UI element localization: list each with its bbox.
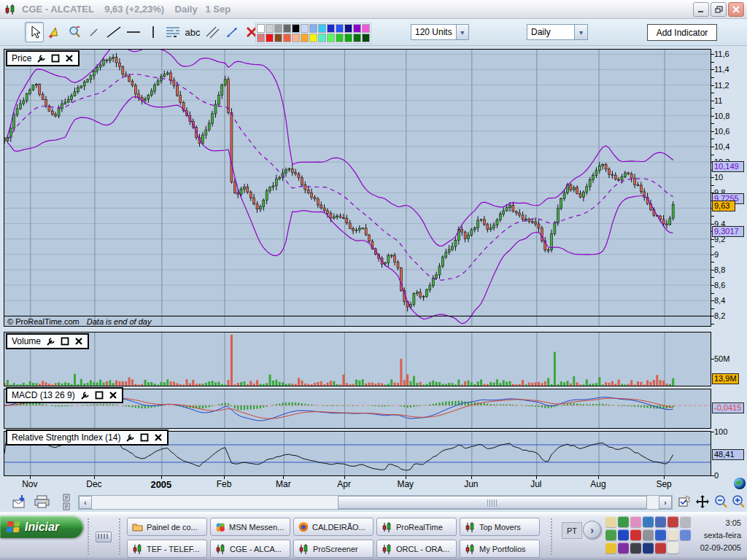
vertical-line-tool-icon[interactable] xyxy=(144,23,162,42)
add-indicator-button[interactable]: Add Indicator xyxy=(647,24,717,41)
horizontal-line-tool-icon[interactable] xyxy=(125,23,142,42)
taskbar-button[interactable]: My Portfolios xyxy=(460,540,540,558)
panel-close-icon[interactable] xyxy=(154,433,163,442)
color-swatch[interactable] xyxy=(336,34,344,42)
antivirus-tray-icon[interactable] xyxy=(605,529,616,540)
color-swatch[interactable] xyxy=(318,34,326,42)
taskbar-button[interactable]: ORCL - ORA... xyxy=(376,540,457,558)
taskbar-button[interactable]: CALDEIRÃO... xyxy=(293,518,374,536)
scroll-right-button[interactable]: › xyxy=(659,496,672,509)
zoom-in-icon[interactable] xyxy=(731,494,746,509)
color-swatch[interactable] xyxy=(292,24,300,33)
notes-tray-icon[interactable] xyxy=(667,542,678,553)
bluetooth-tray-icon[interactable] xyxy=(618,529,629,540)
layout-option-icon[interactable] xyxy=(63,494,70,502)
pan-move-icon[interactable] xyxy=(695,494,710,509)
export-mail-icon[interactable] xyxy=(12,494,28,509)
color-swatch[interactable] xyxy=(274,24,282,33)
monitor-tray-icon[interactable] xyxy=(643,542,654,553)
panel-settings-wrench-icon[interactable] xyxy=(80,391,90,400)
taskbar-button[interactable]: CGE - ALCA... xyxy=(210,540,290,558)
display-tray-icon[interactable] xyxy=(630,516,641,527)
scrollbar-thumb[interactable] xyxy=(338,496,647,509)
trend-line-tool-icon[interactable] xyxy=(105,23,123,42)
timeframe-combobox[interactable]: Daily ▾ xyxy=(527,24,588,40)
mail-tray-icon[interactable] xyxy=(680,529,691,540)
color-swatch[interactable] xyxy=(309,34,317,42)
keyboard-quicklaunch-icon[interactable] xyxy=(96,532,112,542)
panel-maximize-icon[interactable] xyxy=(95,391,104,400)
chevron-down-icon[interactable]: ▾ xyxy=(456,25,468,39)
panel-settings-wrench-icon[interactable] xyxy=(46,337,55,346)
camera-tray-icon[interactable] xyxy=(643,529,654,540)
color-swatch[interactable] xyxy=(274,34,282,42)
color-swatch[interactable] xyxy=(336,24,344,33)
chevron-down-icon[interactable]: ▾ xyxy=(574,25,587,39)
taskbar-button[interactable]: Painel de co... xyxy=(127,518,207,536)
tray-expand-chevron-icon[interactable]: › xyxy=(583,521,601,539)
time-scrollbar[interactable]: ‹ › xyxy=(78,495,673,510)
color-swatch[interactable] xyxy=(327,34,335,42)
color-swatch[interactable] xyxy=(301,34,309,42)
units-combobox[interactable]: 120 Units ▾ xyxy=(411,24,469,40)
taskbar-button[interactable]: ProRealTime xyxy=(376,518,457,536)
color-swatch[interactable] xyxy=(257,24,265,33)
color-swatch[interactable] xyxy=(266,34,274,42)
price-chart-plot[interactable] xyxy=(4,49,711,327)
panel-close-icon[interactable] xyxy=(109,391,117,400)
internet-explorer-tray-icon[interactable] xyxy=(643,516,654,527)
layout-option-icon[interactable] xyxy=(63,502,70,510)
zoom-tool-icon[interactable] xyxy=(66,23,83,42)
short-segment-tool-icon[interactable] xyxy=(85,23,103,42)
color-swatch[interactable] xyxy=(353,34,361,42)
recycle-tray-icon[interactable] xyxy=(630,542,641,553)
color-swatch[interactable] xyxy=(301,24,309,33)
color-swatch[interactable] xyxy=(318,24,326,33)
color-swatch[interactable] xyxy=(257,34,265,42)
globe-tray-icon[interactable] xyxy=(618,516,629,527)
panel-maximize-icon[interactable] xyxy=(61,337,69,346)
network-tray-icon[interactable] xyxy=(655,516,666,527)
language-indicator[interactable]: PT xyxy=(562,522,582,539)
panel-maximize-icon[interactable] xyxy=(140,433,149,442)
cursor-tray-icon[interactable] xyxy=(667,529,678,540)
color-swatch[interactable] xyxy=(283,24,291,33)
zoom-out-icon[interactable] xyxy=(713,494,728,509)
error-tray-icon[interactable] xyxy=(630,529,641,540)
taskbar-button[interactable]: ProScreener xyxy=(293,540,374,558)
panel-settings-wrench-icon[interactable] xyxy=(36,54,46,63)
java-tray-icon[interactable] xyxy=(605,516,616,527)
text-tool-icon[interactable]: abc xyxy=(184,23,201,42)
alarm-tool-icon[interactable] xyxy=(46,23,63,42)
scroll-left-button[interactable]: ‹ xyxy=(79,496,92,509)
messenger-tray-icon[interactable] xyxy=(605,542,616,553)
color-swatch[interactable] xyxy=(292,34,300,42)
select-tool-icon[interactable] xyxy=(25,22,44,42)
color-swatch[interactable] xyxy=(362,24,370,33)
media-tray-icon[interactable] xyxy=(618,542,629,553)
color-swatch[interactable] xyxy=(344,24,352,33)
start-button[interactable]: Iniciar xyxy=(0,516,83,538)
parallel-lines-tool-icon[interactable] xyxy=(204,23,221,42)
panel-close-icon[interactable] xyxy=(65,54,74,63)
notes-list-tool-icon[interactable] xyxy=(164,23,182,42)
color-swatch[interactable] xyxy=(327,24,335,33)
pointer-options-icon[interactable] xyxy=(678,494,692,509)
color-swatch[interactable] xyxy=(353,24,361,33)
fibonacci-tool-icon[interactable] xyxy=(223,23,241,42)
minimize-button[interactable] xyxy=(693,2,709,17)
panel-close-icon[interactable] xyxy=(74,337,83,346)
color-swatch[interactable] xyxy=(344,34,352,42)
taskbar-button[interactable]: MSN Messen... xyxy=(210,518,290,536)
close-button[interactable] xyxy=(728,2,744,17)
restore-button[interactable] xyxy=(711,2,727,17)
print-icon[interactable] xyxy=(34,494,51,509)
volume-plot[interactable] xyxy=(4,332,711,386)
color-swatch[interactable] xyxy=(266,24,274,33)
panel-maximize-icon[interactable] xyxy=(51,54,60,63)
quicktime-tray-icon[interactable] xyxy=(655,529,666,540)
color-swatch[interactable] xyxy=(283,34,291,42)
color-swatch[interactable] xyxy=(362,34,370,42)
color-swatch[interactable] xyxy=(309,24,317,33)
panel-settings-wrench-icon[interactable] xyxy=(125,433,135,443)
